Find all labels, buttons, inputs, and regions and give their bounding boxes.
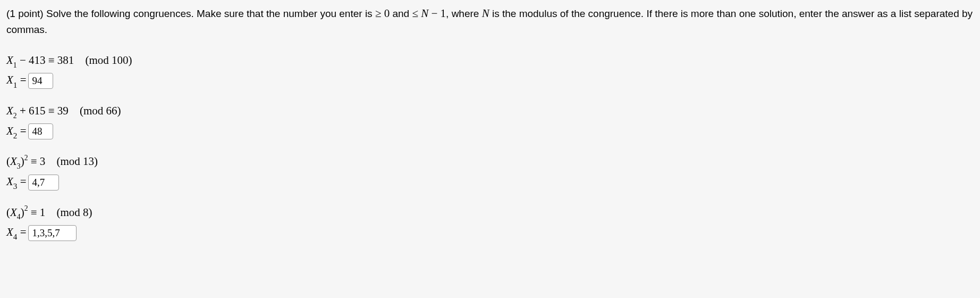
cond-leq: ≤ (412, 7, 421, 20)
expr-1: − 413 ≡ 381 (17, 54, 74, 67)
answer-input-3[interactable] (28, 175, 59, 191)
instructions-and: and (390, 8, 412, 19)
variable-x2: X (6, 104, 13, 117)
answer-input-4[interactable] (28, 225, 77, 241)
expr-2: + 615 ≡ 39 (17, 104, 69, 117)
subscript-3: 3 (17, 162, 21, 170)
equals-2: = (17, 125, 26, 137)
problem-instructions: (1 point) Solve the following congruence… (6, 5, 974, 37)
answer-var-x4: X (6, 226, 13, 238)
superscript-3: 2 (24, 154, 28, 162)
congruence-3: (X3)2 ≡ 3 (mod 13) (6, 153, 974, 171)
answer-input-1[interactable] (28, 73, 53, 89)
mod-1: (mod 100) (77, 54, 132, 67)
problem-2: X2 + 615 ≡ 39 (mod 66) X2 = (6, 103, 974, 140)
paren-close-3: ) (21, 155, 24, 168)
equals-1: = (17, 73, 26, 86)
instructions-prefix: (1 point) Solve the following congruence… (6, 8, 375, 19)
expr-4: ≡ 1 (28, 206, 46, 219)
answer-var-x1: X (6, 73, 13, 86)
answer-var-x3: X (6, 175, 13, 188)
answer-line-4: X4 = (6, 224, 974, 242)
answer-var-x2: X (6, 125, 13, 137)
superscript-4: 2 (24, 204, 28, 212)
variable-x3: X (10, 155, 17, 168)
answer-line-1: X1 = (6, 72, 974, 90)
congruence-4: (X4)2 ≡ 1 (mod 8) (6, 204, 974, 222)
variable-x4: X (10, 206, 17, 219)
problem-4: (X4)2 ≡ 1 (mod 8) X4 = (6, 204, 974, 242)
answer-input-2[interactable] (28, 123, 53, 139)
answer-sub-2: 2 (13, 131, 18, 140)
answer-sub-3: 3 (13, 182, 18, 191)
answer-line-2: X2 = (6, 123, 974, 141)
expr-3: ≡ 3 (28, 155, 46, 168)
variable-x1: X (6, 54, 13, 67)
problem-1: X1 − 413 ≡ 381 (mod 100) X1 = (6, 52, 974, 90)
paren-close-4: ) (21, 206, 24, 219)
cond-geq-zero: ≥ 0 (375, 7, 390, 20)
equals-4: = (17, 226, 26, 238)
paren-open-4: ( (6, 206, 10, 219)
subscript-4: 4 (17, 213, 21, 221)
subscript-2: 2 (13, 112, 17, 120)
n-variable: N (421, 7, 428, 20)
answer-sub-4: 4 (13, 233, 18, 241)
paren-open-3: ( (6, 155, 10, 168)
minus-one: − 1 (428, 7, 446, 20)
n-variable-2: N (482, 7, 489, 20)
mod-4: (mod 8) (48, 206, 92, 219)
congruence-1: X1 − 413 ≡ 381 (mod 100) (6, 52, 974, 70)
congruence-2: X2 + 615 ≡ 39 (mod 66) (6, 103, 974, 120)
instructions-mid: , where (446, 8, 482, 19)
answer-line-3: X3 = (6, 173, 974, 192)
problem-3: (X3)2 ≡ 3 (mod 13) X3 = (6, 153, 974, 191)
answer-sub-1: 1 (13, 81, 18, 89)
subscript-1: 1 (13, 61, 17, 69)
mod-3: (mod 13) (48, 155, 98, 168)
equals-3: = (17, 175, 26, 188)
mod-2: (mod 66) (71, 104, 121, 117)
